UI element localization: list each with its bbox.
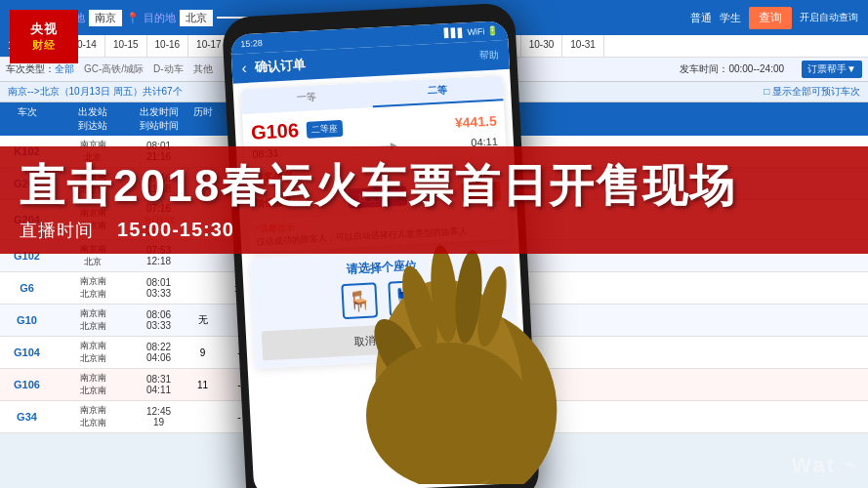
book-assist-btn[interactable]: 订票帮手▼ — [802, 61, 862, 78]
train-num: G10 — [17, 314, 37, 326]
auto-query: 开启自动查询 — [800, 11, 858, 24]
confirm-btn[interactable]: 确认 — [461, 182, 501, 203]
train-num: G102 — [14, 250, 40, 262]
option-student: 学生 — [720, 11, 741, 25]
train-num: K102 — [14, 145, 39, 157]
hand — [351, 211, 566, 488]
train-num: G104 — [14, 346, 40, 358]
col-header-station: 出发站到达站 — [54, 105, 132, 133]
ticket-price: ¥441.5 — [455, 112, 498, 130]
from-value: 南京 — [89, 10, 122, 26]
train-num: G6 — [20, 282, 34, 294]
app-title-label: 确认订单 — [254, 57, 306, 77]
arrive-time: 04:11 — [471, 136, 498, 148]
train-number: G106 — [250, 119, 299, 144]
status-time: 15:28 — [240, 38, 263, 49]
submit-order-btn[interactable]: 提交订单 — [348, 186, 407, 209]
train-num: G202 — [14, 178, 40, 189]
signal-icon: ▋▋▋ WiFi 🔋 — [444, 25, 498, 38]
watermark: Wat ~ — [792, 453, 858, 478]
svg-point-7 — [366, 343, 532, 484]
filter-type[interactable]: 车次类型：全部 — [6, 62, 74, 76]
query-button[interactable]: 查询 — [749, 7, 792, 29]
depart-time: 08:31 — [252, 146, 279, 159]
date-tab-0[interactable]: 10-13 周五 — [0, 35, 63, 57]
service-label: 增值服务 — [255, 195, 295, 211]
back-icon[interactable]: ‹ — [241, 60, 247, 77]
depart-time: 发车时间：00:00--24:00 — [680, 62, 784, 76]
from-label: 出发地 — [53, 11, 85, 25]
show-all[interactable]: □ 显示全部可预订车次 — [764, 85, 860, 99]
train-num: G106 — [14, 379, 40, 390]
date-tab-13[interactable]: 10-31 — [562, 35, 604, 57]
date-tab-1[interactable]: 10-14 — [63, 35, 105, 57]
filter-gc[interactable]: GC-高铁/城际 — [84, 62, 144, 76]
option-normal: 普通 — [690, 11, 712, 25]
help-link[interactable]: 帮助 — [479, 48, 500, 62]
phone-container: 15:28 ▋▋▋ WiFi 🔋 ‹ 确认订单 帮助 一等 二等 G10 — [137, 0, 566, 488]
seat-class-badge: 二等座 — [306, 120, 343, 139]
col-header-train: 车次 — [0, 105, 54, 133]
train-num: G34 — [17, 411, 37, 423]
trip-type: 单程 — [10, 8, 45, 28]
train-num: G204 — [14, 214, 40, 225]
arrow-icon: ──────▶ — [352, 141, 397, 154]
